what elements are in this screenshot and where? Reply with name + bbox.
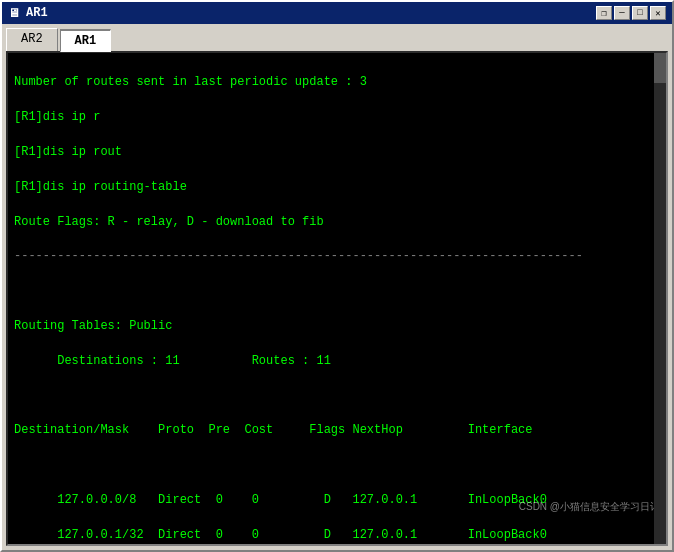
line-2: [R1]dis ip r xyxy=(14,109,660,126)
watermark: CSDN @小猫信息安全学习日记 xyxy=(519,500,660,514)
line-4: [R1]dis ip routing-table xyxy=(14,179,660,196)
table-header: Destination/Mask Proto Pre Cost Flags Ne… xyxy=(14,422,660,439)
separator: ----------------------------------------… xyxy=(14,248,660,265)
title-bar-left: 🖥 AR1 xyxy=(8,6,48,21)
blank-2 xyxy=(14,387,660,404)
close-button[interactable]: ✕ xyxy=(650,6,666,20)
scrollbar-thumb[interactable] xyxy=(654,53,666,83)
line-1: Number of routes sent in last periodic u… xyxy=(14,74,660,91)
blank-1 xyxy=(14,283,660,300)
terminal-content: Number of routes sent in last periodic u… xyxy=(14,57,660,546)
scrollbar[interactable] xyxy=(654,53,666,544)
app-icon: 🖥 xyxy=(8,6,20,21)
tab-ar2[interactable]: AR2 xyxy=(6,28,58,51)
terminal-area: Number of routes sent in last periodic u… xyxy=(6,51,668,546)
line-5: Route Flags: R - relay, D - download to … xyxy=(14,214,660,231)
restore-button[interactable]: ❐ xyxy=(596,6,612,20)
tab-ar1[interactable]: AR1 xyxy=(60,29,112,52)
maximize-button[interactable]: □ xyxy=(632,6,648,20)
main-window: 🖥 AR1 ❐ ─ □ ✕ AR2 AR1 Number of routes s… xyxy=(0,0,674,552)
window-title: AR1 xyxy=(26,6,48,20)
tab-bar: AR2 AR1 xyxy=(2,24,672,51)
title-bar: 🖥 AR1 ❐ ─ □ ✕ xyxy=(2,2,672,24)
destinations-routes: Destinations : 11 Routes : 11 xyxy=(14,353,660,370)
blank-3 xyxy=(14,457,660,474)
minimize-button[interactable]: ─ xyxy=(614,6,630,20)
title-bar-controls: ❐ ─ □ ✕ xyxy=(596,6,666,20)
line-3: [R1]dis ip rout xyxy=(14,144,660,161)
routing-tables-label: Routing Tables: Public xyxy=(14,318,660,335)
route-loopback-1: 127.0.0.1/32 Direct 0 0 D 127.0.0.1 InLo… xyxy=(14,527,660,544)
